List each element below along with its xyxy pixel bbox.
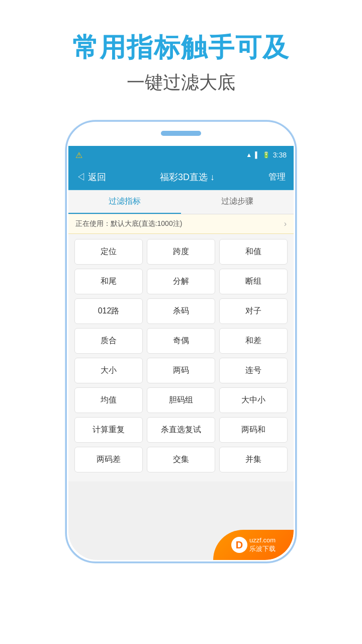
watermark-label: 乐波下载	[249, 545, 276, 553]
grid-row-2: 和尾 分解 断组	[74, 269, 288, 294]
back-button[interactable]: ◁ 返回	[76, 171, 106, 183]
manage-button[interactable]: 管理	[268, 171, 286, 183]
btn-shama[interactable]: 杀码	[147, 298, 215, 324]
btn-qiou[interactable]: 奇偶	[147, 328, 215, 354]
grid-row-4: 质合 奇偶 和差	[74, 328, 288, 354]
main-title: 常用指标触手可及	[72, 30, 290, 65]
btn-daxiao[interactable]: 大小	[74, 358, 143, 383]
btn-fenjie[interactable]: 分解	[147, 269, 215, 294]
notice-text: 正在使用：默认大底(直选:1000注)	[75, 219, 182, 228]
watermark-d-icon: D	[231, 537, 247, 553]
grid-row-6: 均值 胆码组 大中小	[74, 387, 288, 413]
btn-duizi[interactable]: 对子	[219, 298, 288, 324]
nav-title: 福彩3D直选 ↓	[160, 171, 215, 183]
tab-bar: 过滤指标 过滤步骤	[68, 190, 294, 214]
wifi-icon: ▲	[246, 151, 252, 158]
btn-bingji[interactable]: 并集	[219, 447, 288, 472]
phone-screen: ⚠ ▲ ▌ 🔋 3:38 ◁ 返回 福彩3D直选 ↓ 管理	[68, 146, 294, 560]
time-display: 3:38	[273, 151, 287, 159]
watermark-site: uzzf.com	[249, 536, 276, 545]
grid-container: 定位 跨度 和值 和尾 分解 断组 012路 杀码 对子 质合 奇偶	[68, 234, 294, 481]
status-right: ▲ ▌ 🔋 3:38	[246, 151, 287, 159]
btn-hezhi[interactable]: 和值	[219, 239, 288, 265]
btn-012lu[interactable]: 012路	[74, 298, 143, 324]
btn-jiaoji[interactable]: 交集	[147, 447, 215, 472]
notice-arrow: ›	[284, 219, 287, 228]
tab-filter-steps[interactable]: 过滤步骤	[181, 190, 294, 214]
notice-bar[interactable]: 正在使用：默认大底(直选:1000注) ›	[68, 214, 294, 234]
grid-row-3: 012路 杀码 对子	[74, 298, 288, 324]
btn-hewei[interactable]: 和尾	[74, 269, 143, 294]
btn-liangmacha[interactable]: 两码差	[74, 447, 143, 472]
signal-icon: ▌	[255, 151, 259, 158]
nav-bar: ◁ 返回 福彩3D直选 ↓ 管理	[68, 164, 294, 190]
tab-filter-index[interactable]: 过滤指标	[68, 190, 181, 214]
btn-dazhongxiao[interactable]: 大中小	[219, 387, 288, 413]
status-left: ⚠	[75, 150, 82, 160]
btn-shashuanxuan[interactable]: 杀直选复试	[147, 417, 215, 443]
btn-kuadu[interactable]: 跨度	[147, 239, 215, 265]
btn-danmazu[interactable]: 胆码组	[147, 387, 215, 413]
btn-duanzu[interactable]: 断组	[219, 269, 288, 294]
battery-icon: 🔋	[262, 151, 270, 158]
top-section: 常用指标触手可及 一键过滤大底	[0, 0, 362, 105]
grid-row-7: 计算重复 杀直选复试 两码和	[74, 417, 288, 443]
btn-zhihe[interactable]: 质合	[74, 328, 143, 354]
back-label: ◁ 返回	[76, 171, 106, 183]
phone-pill	[161, 131, 201, 136]
btn-hecha[interactable]: 和差	[219, 328, 288, 354]
btn-liangma[interactable]: 两码	[147, 358, 215, 383]
watermark: D uzzf.com 乐波下载	[213, 530, 294, 560]
phone-frame: ⚠ ▲ ▌ 🔋 3:38 ◁ 返回 福彩3D直选 ↓ 管理	[65, 120, 297, 563]
warning-icon: ⚠	[75, 150, 82, 160]
btn-dingwei[interactable]: 定位	[74, 239, 143, 265]
btn-liangmahе[interactable]: 两码和	[219, 417, 288, 443]
btn-junzhi[interactable]: 均值	[74, 387, 143, 413]
grid-row-8: 两码差 交集 并集	[74, 447, 288, 472]
watermark-inner: D uzzf.com 乐波下载	[231, 536, 276, 553]
btn-jisuanchongfu[interactable]: 计算重复	[74, 417, 143, 443]
status-bar: ⚠ ▲ ▌ 🔋 3:38	[68, 146, 294, 164]
phone-container: ⚠ ▲ ▌ 🔋 3:38 ◁ 返回 福彩3D直选 ↓ 管理	[65, 120, 297, 563]
grid-row-1: 定位 跨度 和值	[74, 239, 288, 265]
watermark-text: uzzf.com 乐波下载	[249, 536, 276, 553]
sub-title: 一键过滤大底	[127, 70, 235, 95]
btn-lianhao[interactable]: 连号	[219, 358, 288, 383]
grid-row-5: 大小 两码 连号	[74, 358, 288, 383]
